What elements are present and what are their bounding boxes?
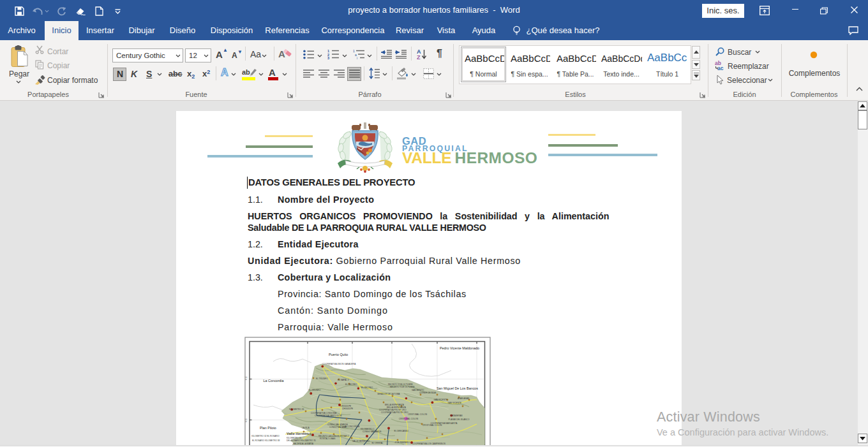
svg-text:San Miguel De Los Bancos: San Miguel De Los Bancos	[437, 386, 478, 390]
svg-text:CHIGUILPE: CHIGUILPE	[342, 407, 353, 410]
svg-text:ROSITA 2 LIBAN: ROSITA 2 LIBAN	[320, 437, 336, 440]
svg-text:RECINTO LA ILUSION BRISAS 2: RECINTO LA ILUSION BRISAS 2	[318, 435, 349, 437]
svg-text:COOPERATIVA SANTO DOM: COOPERATIVA SANTO DOM	[315, 414, 342, 417]
svg-text:Plan Piloto: Plan Piloto	[260, 426, 276, 430]
svg-text:3: 3	[327, 56, 329, 59]
svg-text:COOPERATIVA MARGARITA: COOPERATIVA MARGARITA	[431, 422, 458, 425]
svg-text:Valle Hermoso: Valle Hermoso	[287, 432, 311, 436]
svg-text:KILOMETRO 5: KILOMETRO 5	[361, 428, 375, 430]
svg-text:HACIENDA LA MARIA: HACIENDA LA MARIA	[293, 443, 314, 445]
svg-text:CONGO MACAMOS: CONGO MACAMOS	[363, 430, 381, 433]
svg-text:MATASERAS: MATASERAS	[451, 414, 463, 417]
svg-text:ASAN ASAN: ASAN ASAN	[458, 397, 470, 400]
svg-text:EL RECREO: EL RECREO	[345, 383, 357, 386]
svg-text:i: i	[357, 56, 357, 59]
svg-text:MIRADOR DE LA TOMA: MIRADOR DE LA TOMA	[378, 393, 401, 395]
svg-text:SAN VICENTE: SAN VICENTE	[434, 399, 447, 401]
svg-text:Puerto Quito: Puerto Quito	[329, 353, 348, 356]
svg-text:KILOMETRO 26: KILOMETRO 26	[289, 408, 304, 411]
svg-text:LA CONCORDIA: LA CONCORDIA	[344, 425, 360, 428]
svg-text:A: A	[278, 48, 285, 59]
svg-text:EL TRIUNFO: EL TRIUNFO	[316, 377, 328, 380]
svg-text:KILOMETRO 32 EL ROSARIO: KILOMETRO 32 EL ROSARIO	[251, 435, 280, 437]
svg-text:EL CRISTAL: EL CRISTAL	[372, 442, 384, 444]
svg-text:COOPERATIVA UNION GANADERA: COOPERATIVA UNION GANADERA	[322, 363, 356, 365]
svg-text:COOPERATIVA PROTE ORO: COOPERATIVA PROTE ORO	[381, 411, 408, 414]
svg-text:EL DESCANSO: EL DESCANSO	[394, 430, 409, 432]
svg-text:Z: Z	[417, 54, 421, 60]
svg-text:ab: ab	[242, 68, 250, 76]
svg-text:RECINTO 9 DE OCTUBRE: RECINTO 9 DE OCTUBRE	[390, 386, 415, 388]
svg-text:La Concordia: La Concordia	[264, 379, 284, 383]
svg-text:CRISTOBAL COLON: CRISTOBAL COLON	[408, 413, 428, 416]
svg-text:LA ISLA: LA ISLA	[302, 427, 310, 429]
svg-text:SAN VICENTE: SAN VICENTE	[448, 402, 461, 404]
svg-text:Pedro Vicente Maldonado: Pedro Vicente Maldonado	[440, 346, 479, 350]
svg-text:EL NAPAL 2: EL NAPAL 2	[338, 379, 349, 381]
svg-text:VALLE HERMOSO: VALLE HERMOSO	[352, 440, 370, 443]
svg-text:PLAYAS DEL BLANCO: PLAYAS DEL BLANCO	[449, 418, 470, 421]
svg-text:DEL ROSARIO KILOMETRO 35: DEL ROSARIO KILOMETRO 35	[287, 439, 316, 442]
svg-text:QUINDE DE NILA: QUINDE DE NILA	[419, 392, 437, 394]
svg-text:COOPERATIVA CONGOMA: COOPERATIVA CONGOMA	[311, 412, 337, 414]
svg-text:EL RECREO: EL RECREO	[361, 386, 373, 389]
svg-text:0.25: 0.25	[245, 418, 248, 422]
svg-text:4 DE FEBRERO: 4 DE FEBRERO	[395, 441, 410, 444]
svg-text:0.15: 0.15	[245, 376, 248, 380]
svg-text:EL ROSARIO KILOMETRO 38: EL ROSARIO KILOMETRO 38	[252, 439, 280, 442]
svg-text:CRISTOBAL COLON: CRISTOBAL COLON	[399, 418, 419, 420]
svg-text:ac: ac	[717, 65, 724, 70]
svg-text:EL TRIUNFO: EL TRIUNFO	[309, 389, 321, 392]
